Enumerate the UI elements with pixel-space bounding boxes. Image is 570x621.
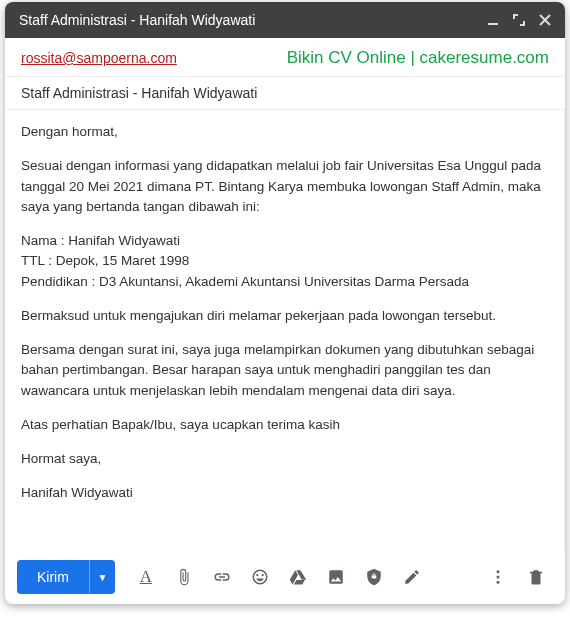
watermark-overlay: Bikin CV Online | cakeresume.com <box>287 48 549 68</box>
send-button[interactable]: Kirim <box>17 560 89 594</box>
body-paragraph: Hanifah Widyawati <box>21 483 548 503</box>
body-paragraph: Sesuai dengan informasi yang didapatkan … <box>21 156 548 217</box>
body-paragraph: Nama : Hanifah Widyawati TTL : Depok, 15… <box>21 231 548 292</box>
message-body[interactable]: Dengan hormat, Sesuai dengan informasi y… <box>5 110 565 550</box>
svg-point-1 <box>497 576 500 579</box>
insert-link-icon[interactable] <box>205 561 239 593</box>
send-button-group: Kirim ▼ <box>17 560 115 594</box>
svg-point-0 <box>497 570 500 573</box>
minimize-icon[interactable] <box>487 14 499 26</box>
recipient-field[interactable]: rossita@sampoerna.com <box>21 50 177 66</box>
send-options-button[interactable]: ▼ <box>89 560 115 594</box>
close-icon[interactable] <box>539 14 551 26</box>
svg-point-2 <box>497 581 500 584</box>
insert-emoji-icon[interactable] <box>243 561 277 593</box>
confidential-mode-icon[interactable] <box>357 561 391 593</box>
body-paragraph: Bersama dengan surat ini, saya juga mela… <box>21 340 548 401</box>
body-paragraph: Atas perhatian Bapak/Ibu, saya ucapkan t… <box>21 415 548 435</box>
insert-drive-icon[interactable] <box>281 561 315 593</box>
compose-toolbar: Kirim ▼ A <box>5 550 565 604</box>
insert-photo-icon[interactable] <box>319 561 353 593</box>
discard-draft-icon[interactable] <box>519 561 553 593</box>
body-paragraph: Bermaksud untuk mengajukan diri melamar … <box>21 306 548 326</box>
insert-signature-icon[interactable] <box>395 561 429 593</box>
expand-icon[interactable] <box>513 14 525 26</box>
subject-field[interactable]: Staff Administrasi - Hanifah Widyawati <box>5 77 565 110</box>
body-paragraph: Dengan hormat, <box>21 122 548 142</box>
formatting-icon[interactable]: A <box>129 561 163 593</box>
window-title: Staff Administrasi - Hanifah Widyawati <box>19 12 487 28</box>
body-paragraph: Hormat saya, <box>21 449 548 469</box>
attach-file-icon[interactable] <box>167 561 201 593</box>
recipients-row[interactable]: rossita@sampoerna.com Bikin CV Online | … <box>5 38 565 77</box>
compose-window: Staff Administrasi - Hanifah Widyawati r… <box>5 2 565 604</box>
titlebar: Staff Administrasi - Hanifah Widyawati <box>5 2 565 38</box>
window-controls <box>487 14 551 26</box>
more-options-icon[interactable] <box>481 561 515 593</box>
recipient-email[interactable]: rossita@sampoerna.com <box>21 50 177 66</box>
